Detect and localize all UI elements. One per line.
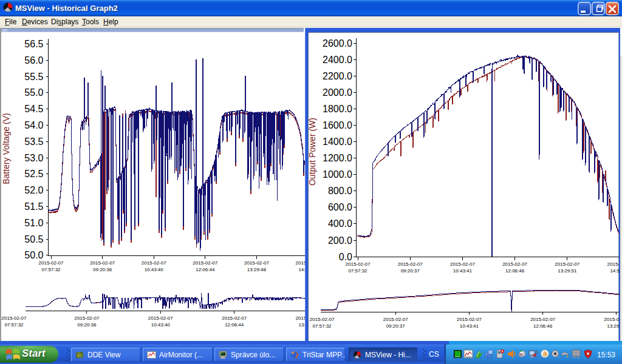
- svg-text:51.0: 51.0: [24, 218, 43, 228]
- svg-text:2015-02-07: 2015-02-07: [142, 260, 166, 266]
- svg-text:54.0: 54.0: [24, 120, 43, 130]
- svg-text:1800.0: 1800.0: [323, 104, 352, 114]
- svg-text:2015-02-07: 2015-02-07: [193, 260, 217, 266]
- svg-text:2200.0: 2200.0: [323, 71, 352, 81]
- svg-text:2015-02-07: 2015-02-07: [346, 261, 371, 267]
- svg-text:07:57:32: 07:57:32: [41, 267, 61, 272]
- svg-text:10:43:41: 10:43:41: [453, 268, 473, 274]
- svg-text:12:06:46: 12:06:46: [505, 268, 525, 274]
- svg-text:2015-02-07: 2015-02-07: [604, 317, 620, 322]
- svg-text:56.5: 56.5: [24, 39, 43, 49]
- svg-text:2015-02-07: 2015-02-07: [244, 260, 269, 266]
- svg-text:07:57:32: 07:57:32: [348, 268, 367, 274]
- svg-text:2015-02-07: 2015-02-07: [310, 317, 335, 322]
- svg-text:51.5: 51.5: [24, 201, 43, 212]
- svg-text:2015-02-07: 2015-02-07: [450, 261, 475, 267]
- svg-text:2015-02-07: 2015-02-07: [555, 261, 579, 267]
- svg-text:50.0: 50.0: [24, 250, 43, 260]
- svg-text:52.5: 52.5: [24, 169, 43, 179]
- svg-text:07:57:32: 07:57:32: [312, 323, 332, 329]
- svg-text:09:20:36: 09:20:36: [77, 322, 97, 328]
- svg-text:09:20:37: 09:20:37: [386, 323, 406, 329]
- svg-text:1000.0: 1000.0: [323, 169, 352, 180]
- svg-text:800.0: 800.0: [328, 186, 352, 196]
- svg-text:200.0: 200.0: [328, 235, 352, 246]
- svg-text:15:53: 15:53: [597, 351, 615, 359]
- svg-text:2600.0: 2600.0: [323, 38, 352, 49]
- svg-text:2015-02-07: 2015-02-07: [39, 260, 64, 266]
- svg-text:2015-02-07: 2015-02-07: [2, 315, 27, 321]
- svg-text:50.5: 50.5: [24, 234, 43, 244]
- svg-text:1600.0: 1600.0: [323, 120, 352, 130]
- svg-text:13:29:48: 13:29:48: [299, 322, 305, 328]
- svg-text:1200.0: 1200.0: [323, 153, 352, 163]
- svg-text:14:52:56: 14:52:56: [610, 268, 620, 274]
- svg-text:56.0: 56.0: [24, 55, 43, 66]
- svg-text:400.0: 400.0: [328, 218, 352, 229]
- svg-text:Output Power (W): Output Power (W): [309, 118, 317, 186]
- svg-text:2015-02-07: 2015-02-07: [607, 261, 620, 267]
- svg-text:55.5: 55.5: [24, 72, 43, 82]
- svg-text:2015-02-07: 2015-02-07: [90, 260, 115, 266]
- svg-text:2015-02-07: 2015-02-07: [457, 317, 482, 322]
- svg-text:600.0: 600.0: [328, 202, 352, 212]
- svg-text:07:57:32: 07:57:32: [4, 322, 24, 328]
- svg-text:2015-02-07: 2015-02-07: [383, 317, 408, 322]
- svg-text:2015-02-07: 2015-02-07: [148, 315, 173, 321]
- svg-text:55.0: 55.0: [24, 87, 43, 98]
- svg-text:52.0: 52.0: [24, 185, 43, 195]
- svg-text:2000.0: 2000.0: [323, 87, 352, 98]
- svg-text:09:20:36: 09:20:36: [93, 267, 112, 272]
- svg-text:0.0: 0.0: [339, 252, 352, 262]
- svg-text:2015-02-07: 2015-02-07: [296, 260, 305, 266]
- svg-text:2015-02-07: 2015-02-07: [398, 261, 423, 267]
- svg-text:2015-02-07: 2015-02-07: [74, 315, 99, 321]
- svg-text:10:43:40: 10:43:40: [145, 267, 164, 272]
- svg-text:10:43:40: 10:43:40: [151, 322, 171, 328]
- svg-text:2015-02-07: 2015-02-07: [222, 315, 247, 321]
- svg-text:54.5: 54.5: [24, 104, 43, 114]
- svg-text:2015-02-07: 2015-02-07: [502, 261, 527, 267]
- svg-text:10:43:41: 10:43:41: [460, 323, 479, 329]
- svg-text:13:29:51: 13:29:51: [558, 268, 577, 274]
- svg-text:2400.0: 2400.0: [323, 55, 352, 65]
- svg-text:13:29:51: 13:29:51: [607, 323, 620, 329]
- svg-text:53.5: 53.5: [24, 136, 43, 147]
- svg-text:Battery Voltage (V): Battery Voltage (V): [1, 113, 11, 184]
- svg-text:12:06:46: 12:06:46: [533, 323, 553, 329]
- svg-text:14:52:52: 14:52:52: [298, 267, 305, 272]
- svg-text:1400.0: 1400.0: [323, 136, 352, 147]
- svg-text:12:06:44: 12:06:44: [225, 322, 244, 328]
- svg-text:13:29:48: 13:29:48: [247, 267, 267, 272]
- svg-text:2015-02-07: 2015-02-07: [530, 317, 555, 322]
- svg-text:2015-02-07: 2015-02-07: [296, 315, 305, 321]
- svg-text:53.0: 53.0: [24, 153, 43, 163]
- svg-text:12:06:44: 12:06:44: [196, 267, 215, 272]
- svg-text:09:20:37: 09:20:37: [401, 268, 420, 274]
